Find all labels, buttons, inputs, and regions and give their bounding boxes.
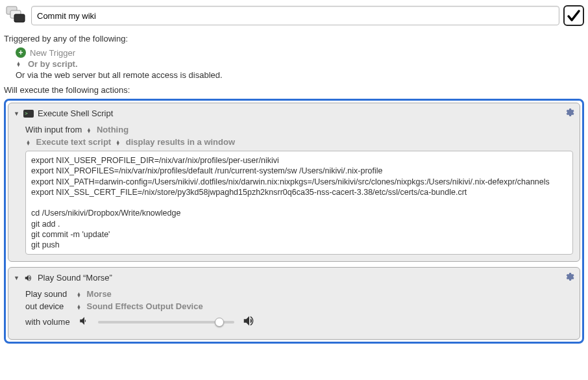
with-input-label: With input from bbox=[25, 125, 82, 134]
volume-label: with volume bbox=[25, 317, 72, 327]
new-trigger-button[interactable]: + New Trigger bbox=[16, 47, 584, 58]
gear-icon[interactable] bbox=[564, 107, 574, 120]
action-title: Execute Shell Script bbox=[38, 108, 113, 118]
actions-list: ▼ Execute Shell Script With input from N… bbox=[4, 99, 584, 344]
enabled-checkbox[interactable] bbox=[563, 5, 584, 26]
macro-title-input[interactable] bbox=[31, 6, 559, 25]
triggers-heading: Triggered by any of the following: bbox=[4, 34, 584, 44]
input-source-selector[interactable]: Nothing bbox=[86, 125, 129, 134]
input-source-value: Nothing bbox=[97, 125, 129, 134]
updown-icon bbox=[115, 140, 121, 146]
disclosure-triangle[interactable]: ▼ bbox=[14, 275, 19, 281]
display-mode-selector[interactable]: display results in a window bbox=[115, 137, 235, 147]
or-by-script-button[interactable]: Or by script. bbox=[16, 59, 584, 69]
gear-icon[interactable] bbox=[564, 272, 574, 284]
plus-icon: + bbox=[16, 47, 26, 58]
updown-icon bbox=[86, 128, 92, 133]
exec-mode-selector[interactable]: Execute text script bbox=[25, 137, 111, 147]
web-server-note: Or via the web server but all remote acc… bbox=[16, 70, 584, 80]
play-sound-label: Play sound bbox=[25, 289, 72, 299]
updown-icon bbox=[76, 292, 82, 298]
action-execute-shell: ▼ Execute Shell Script With input from N… bbox=[8, 103, 580, 262]
script-textarea[interactable]: export NIX_USER_PROFILE_DIR=/nix/var/nix… bbox=[25, 151, 573, 255]
svg-rect-2 bbox=[14, 14, 25, 22]
action-play-sound: ▼ Play Sound “Morse” Play sound Morse ou… bbox=[8, 267, 580, 340]
actions-heading: Will execute the following actions: bbox=[4, 85, 584, 95]
macro-icon[interactable] bbox=[4, 4, 27, 27]
action-title: Play Sound “Morse” bbox=[38, 273, 112, 283]
terminal-icon bbox=[23, 110, 34, 118]
updown-icon bbox=[76, 305, 82, 310]
exec-mode-value: Execute text script bbox=[36, 137, 112, 147]
volume-high-icon bbox=[242, 314, 256, 330]
device-label: out device bbox=[25, 301, 72, 311]
display-mode-value: display results in a window bbox=[126, 137, 235, 147]
sound-selector[interactable]: Morse bbox=[76, 289, 112, 299]
new-trigger-label: New Trigger bbox=[30, 48, 75, 58]
device-value: Sound Effects Output Device bbox=[87, 301, 203, 311]
updown-icon bbox=[16, 62, 21, 67]
sound-value: Morse bbox=[87, 289, 112, 299]
or-script-label: Or by script. bbox=[28, 59, 78, 69]
volume-low-icon bbox=[79, 315, 90, 329]
disclosure-triangle[interactable]: ▼ bbox=[14, 110, 19, 117]
device-selector[interactable]: Sound Effects Output Device bbox=[76, 301, 203, 311]
speaker-icon bbox=[23, 273, 34, 283]
volume-slider[interactable] bbox=[98, 321, 234, 323]
updown-icon bbox=[25, 140, 31, 146]
